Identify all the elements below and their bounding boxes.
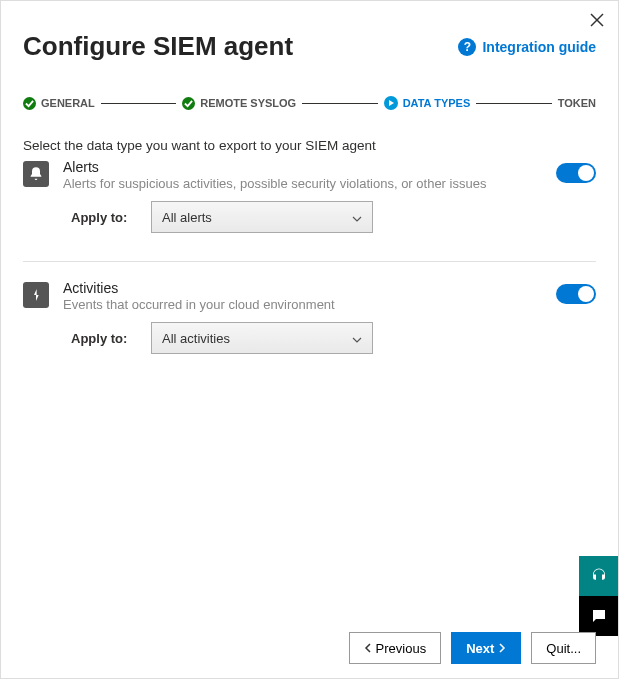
step-data-types[interactable]: DATA TYPES [384, 96, 471, 110]
chevron-down-icon [352, 210, 362, 225]
check-icon [182, 97, 195, 110]
alerts-title: Alerts [63, 159, 542, 175]
chevron-left-icon [364, 643, 372, 653]
bell-icon [23, 161, 49, 187]
intro-text: Select the data type you want to export … [23, 138, 596, 153]
alerts-desc: Alerts for suspicious activities, possib… [63, 176, 542, 191]
guide-link-label: Integration guide [482, 39, 596, 55]
step-token[interactable]: TOKEN [558, 97, 596, 109]
play-icon [384, 96, 398, 110]
check-icon [23, 97, 36, 110]
integration-guide-link[interactable]: ? Integration guide [458, 38, 596, 56]
activity-icon [23, 282, 49, 308]
activities-toggle[interactable] [556, 284, 596, 304]
previous-button[interactable]: Previous [349, 632, 442, 664]
wizard-stepper: GENERAL REMOTE SYSLOG DATA TYPES TOKEN [23, 96, 596, 110]
step-remote-syslog[interactable]: REMOTE SYSLOG [182, 97, 296, 110]
alerts-scope-select[interactable]: All alerts [151, 201, 373, 233]
feedback-widget[interactable] [579, 596, 619, 636]
step-general[interactable]: GENERAL [23, 97, 95, 110]
activities-scope-select[interactable]: All activities [151, 322, 373, 354]
next-button[interactable]: Next [451, 632, 521, 664]
chevron-right-icon [498, 643, 506, 653]
activities-apply-label: Apply to: [71, 331, 139, 346]
alerts-section: Alerts Alerts for suspicious activities,… [23, 159, 596, 233]
activities-section: Activities Events that occurred in your … [23, 280, 596, 354]
activities-desc: Events that occurred in your cloud envir… [63, 297, 542, 312]
alerts-toggle[interactable] [556, 163, 596, 183]
divider [23, 261, 596, 262]
alerts-apply-label: Apply to: [71, 210, 139, 225]
quit-button[interactable]: Quit... [531, 632, 596, 664]
support-widget[interactable] [579, 556, 619, 596]
page-title: Configure SIEM agent [23, 31, 293, 62]
activities-title: Activities [63, 280, 542, 296]
close-button[interactable] [590, 11, 604, 32]
help-icon: ? [458, 38, 476, 56]
chevron-down-icon [352, 331, 362, 346]
